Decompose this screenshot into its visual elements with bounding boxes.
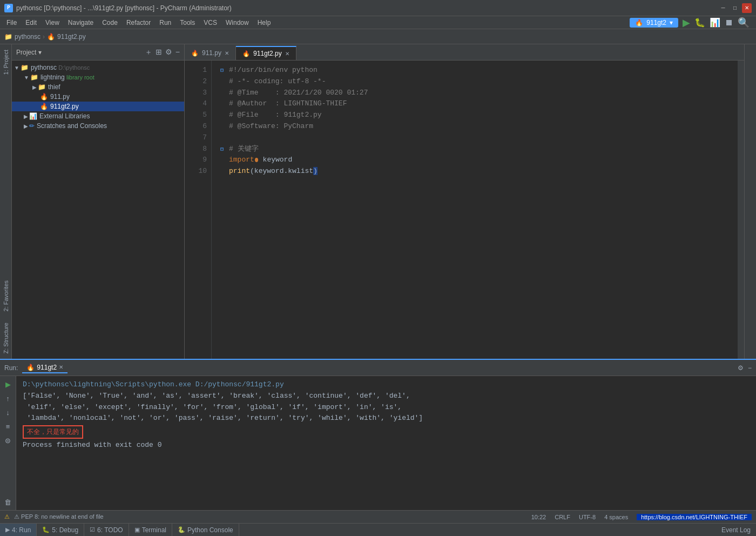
indent[interactable]: 4 spaces [604, 514, 628, 520]
project-panel-icons: ＋ ⊞ ⚙ − [145, 48, 180, 57]
project-tree: ▼ 📁 pythonsc D:\pythonsc ▼ 📁 lightning l… [12, 61, 184, 359]
run-label: Run: [4, 364, 18, 372]
settings-icon[interactable]: ⚙ [165, 48, 172, 57]
code-line-5: # @File : 911gt2.py [220, 110, 729, 121]
menu-file[interactable]: File [2, 18, 21, 28]
status-warning-text: ⚠ PEP 8: no newline at end of file [14, 513, 104, 520]
tree-item-lightning[interactable]: ▼ 📁 lightning library root [12, 72, 184, 82]
tree-label-lightning: lightning library root [40, 73, 94, 81]
scroll-down-button[interactable]: ↓ [2, 406, 14, 418]
stop-button[interactable]: ⏹ [725, 18, 733, 28]
rerun-button[interactable]: ▶ [2, 378, 14, 390]
sidebar-tab-structure[interactable]: Z: Structure [1, 317, 11, 359]
breadcrumb-project[interactable]: pythonsc [15, 33, 40, 41]
breadcrumb-file[interactable]: 911gt2.py [57, 33, 86, 41]
window-controls: ─ □ ✕ [718, 3, 752, 13]
run-config-selector[interactable]: 🔥 911gt2 ▾ [630, 18, 678, 28]
search-everywhere-button[interactable]: 🔍 [738, 17, 750, 29]
menu-bar: File Edit View Navigate Code Refactor Ru… [0, 16, 756, 29]
taskbar-python-console[interactable]: 🐍 Python Console [172, 524, 239, 536]
menu-edit[interactable]: Edit [21, 18, 41, 28]
menu-run[interactable]: Run [155, 18, 176, 28]
menu-window[interactable]: Window [221, 18, 253, 28]
code-line-8: ⊟# 关键字 [220, 144, 729, 155]
taskbar-debug-label: 5: Debug [52, 526, 78, 534]
tab-close-911py[interactable]: ✕ [225, 50, 229, 56]
watermark-text: https://blog.csdn.net/LIGHTNING-THIEF [637, 514, 752, 520]
taskbar-debug[interactable]: 🐛 5: Debug [37, 524, 84, 536]
main-area: 1: Project 2: Favorites Z: Structure Pro… [0, 44, 756, 359]
expand-all-icon[interactable]: ⊞ [156, 48, 162, 57]
cursor-position[interactable]: 10:22 [531, 514, 546, 520]
folder-icon-thief: 📁 [38, 83, 46, 91]
tab-close-911gt2py[interactable]: ✕ [285, 51, 289, 57]
line-separator[interactable]: CRLF [555, 514, 570, 520]
taskbar-terminal-label: Terminal [142, 526, 166, 534]
event-log-link[interactable]: Event Log [716, 526, 756, 534]
code-editor[interactable]: 1 2 3 4 5 6 7 8 9 10 ⊟#!/usr/bin/env pyt… [185, 61, 744, 359]
menu-navigate[interactable]: Navigate [64, 18, 98, 28]
bottom-panel-tabs: Run: 🔥 911gt2 ✕ ⚙ − [0, 360, 756, 376]
tree-item-scratches[interactable]: ▶ ✏ Scratches and Consoles [12, 121, 184, 131]
menu-help[interactable]: Help [253, 18, 275, 28]
taskbar-todo[interactable]: ☑ 6: TODO [84, 524, 129, 536]
collapse-icon[interactable]: − [176, 48, 180, 57]
menu-view[interactable]: View [41, 18, 64, 28]
annotation-text: 不全，只是常见的 [23, 425, 83, 439]
clear-button[interactable]: 🗑 [2, 496, 14, 508]
encoding[interactable]: UTF-8 [579, 514, 596, 520]
menu-code[interactable]: Code [98, 18, 122, 28]
sidebar-tab-favorites[interactable]: 2: Favorites [1, 275, 11, 317]
run-tab-active[interactable]: 🔥 911gt2 ✕ [22, 363, 68, 373]
tree-item-thief[interactable]: ▶ 📁 thief [12, 82, 184, 92]
menu-tools[interactable]: Tools [176, 18, 199, 28]
sidebar-tab-project[interactable]: 1: Project [1, 44, 11, 80]
code-content[interactable]: ⊟#!/usr/bin/env python # -*- coding: utf… [212, 61, 738, 359]
add-file-icon[interactable]: ＋ [145, 48, 152, 57]
line-numbers: 1 2 3 4 5 6 7 8 9 10 [185, 61, 212, 359]
tree-label-pythonsc: pythonsc D:\pythonsc [31, 64, 90, 71]
bottom-panel-controls: ⚙ − [738, 364, 752, 372]
editor-tabs: 🔥 911.py ✕ 🔥 911gt2.py ✕ [185, 44, 744, 61]
maximize-button[interactable]: □ [730, 3, 740, 13]
tab-icon-911gt2py: 🔥 [242, 50, 250, 57]
run-tab-label: 911gt2 [37, 364, 57, 371]
run-toolbar: ▶ ↑ ↓ ≡ ⊜ 🗑 [0, 376, 16, 510]
run-config-label: 911gt2 [646, 19, 666, 26]
console-finish: Process finished with exit code 0 [23, 440, 750, 451]
tree-item-external-libs[interactable]: ▶ 📊 External Libraries [12, 111, 184, 121]
editor-area: 🔥 911.py ✕ 🔥 911gt2.py ✕ 1 2 3 4 5 6 7 8… [185, 44, 744, 359]
tab-911py[interactable]: 🔥 911.py ✕ [185, 46, 236, 60]
debug-icon: 🐛 [42, 526, 50, 533]
right-scrollbar[interactable] [738, 61, 744, 359]
taskbar-terminal[interactable]: ▣ Terminal [129, 524, 172, 536]
run-tab-close[interactable]: ✕ [59, 364, 63, 370]
collapse-panel-icon[interactable]: − [748, 364, 752, 372]
tab-911gt2py[interactable]: 🔥 911gt2.py ✕ [236, 46, 296, 60]
console-line-1: ['False', 'None', 'True', 'and', 'as', '… [23, 391, 750, 402]
run-button[interactable]: ▶ [683, 17, 690, 29]
tree-item-911py[interactable]: 🔥 911.py [12, 92, 184, 102]
tree-item-pythonsc-root[interactable]: ▼ 📁 pythonsc D:\pythonsc [12, 63, 184, 72]
taskbar-run[interactable]: ▶ 4: Run [0, 524, 37, 536]
run-icon: ▶ [5, 526, 10, 533]
status-right: 10:22 CRLF UTF-8 4 spaces https://blog.c… [531, 514, 752, 520]
print-button[interactable]: ⊜ [2, 434, 14, 446]
soft-wrap-button[interactable]: ≡ [2, 420, 14, 432]
scroll-up-button[interactable]: ↑ [2, 392, 14, 404]
tree-item-911gt2py[interactable]: 🔥 911gt2.py [12, 102, 184, 111]
settings-icon[interactable]: ⚙ [738, 364, 744, 372]
code-line-10: print(keyword.kwlist) [220, 166, 729, 177]
menu-refactor[interactable]: Refactor [122, 18, 155, 28]
close-button[interactable]: ✕ [742, 3, 752, 13]
folder-icon-lightning: 📁 [30, 73, 38, 81]
title-bar: P pythonsc [D:\pythonsc] - ...\911gt2.py… [0, 0, 756, 16]
minimize-button[interactable]: ─ [718, 3, 728, 13]
menu-vcs[interactable]: VCS [199, 18, 221, 28]
debug-button[interactable]: 🐛 [694, 17, 705, 28]
terminal-icon: ▣ [134, 526, 140, 533]
tab-icon-911py: 🔥 [191, 50, 199, 57]
todo-icon: ☑ [90, 526, 95, 533]
coverage-button[interactable]: 📊 [710, 17, 720, 28]
tree-label-911gt2py: 911gt2.py [50, 103, 79, 110]
